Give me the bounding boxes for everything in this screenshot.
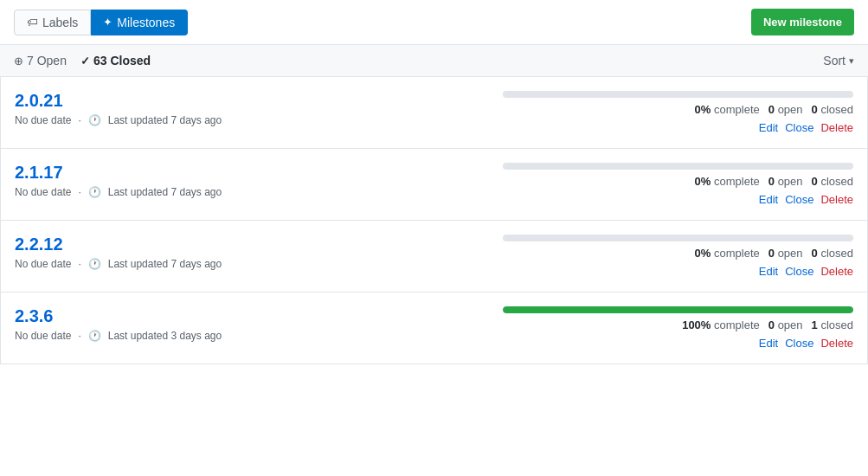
milestone-item: 2.2.12 No due date · 🕐 Last updated 7 da…: [1, 221, 867, 293]
open-count-2: 0 open: [768, 247, 803, 260]
separator-0: ·: [78, 114, 80, 126]
close-action-0[interactable]: Close: [785, 121, 813, 134]
new-milestone-label: New milestone: [763, 16, 842, 29]
milestone-left-3: 2.3.6 No due date · 🕐 Last updated 3 day…: [15, 306, 240, 342]
edit-action-2[interactable]: Edit: [759, 265, 778, 278]
complete-pct-3: 100% complete: [682, 318, 760, 331]
complete-pct-1: 0% complete: [695, 175, 760, 188]
delete-action-0[interactable]: Delete: [820, 121, 853, 134]
open-count-0: 0 open: [768, 103, 803, 116]
due-date-0: No due date: [15, 114, 71, 126]
close-action-3[interactable]: Close: [785, 337, 813, 350]
close-action-2[interactable]: Close: [785, 265, 813, 278]
milestone-title-2[interactable]: 2.2.12: [15, 235, 240, 254]
milestone-item: 2.1.17 No due date · 🕐 Last updated 7 da…: [1, 149, 867, 221]
milestone-title-1[interactable]: 2.1.17: [15, 163, 240, 183]
last-updated-1: Last updated 7 days ago: [108, 186, 222, 198]
progress-bar-container-0: [503, 91, 853, 98]
closed-icon: ✓: [80, 55, 90, 68]
labels-tab-label: Labels: [42, 16, 78, 29]
progress-stats-3: 100% complete 0 open 1 closed: [682, 318, 853, 331]
delete-action-3[interactable]: Delete: [820, 337, 853, 350]
milestone-actions-0: Edit Close Delete: [759, 121, 853, 134]
closed-count-label: 63 Closed: [93, 54, 151, 68]
complete-pct-2: 0% complete: [695, 247, 760, 260]
last-updated-3: Last updated 3 days ago: [108, 330, 222, 342]
milestone-title-0[interactable]: 2.0.21: [15, 91, 240, 111]
open-icon: ⊕: [14, 55, 23, 68]
close-action-1[interactable]: Close: [785, 193, 813, 206]
sort-label: Sort: [823, 54, 845, 68]
separator-1: ·: [78, 186, 80, 198]
tab-group: 🏷 Labels ✦ Milestones: [14, 10, 188, 35]
label-icon: 🏷: [27, 16, 38, 29]
closed-count-0: 0 closed: [812, 103, 853, 116]
sort-button[interactable]: Sort ▾: [823, 54, 854, 68]
milestone-meta-2: No due date · 🕐 Last updated 7 days ago: [15, 258, 240, 270]
milestone-left-0: 2.0.21 No due date · 🕐 Last updated 7 da…: [15, 91, 240, 126]
separator-2: ·: [78, 258, 80, 270]
open-filter[interactable]: ⊕ 7 Open: [14, 54, 67, 68]
open-count-1: 0 open: [768, 175, 803, 188]
filter-counts: ⊕ 7 Open ✓ 63 Closed: [14, 54, 151, 68]
last-updated-0: Last updated 7 days ago: [108, 114, 222, 126]
milestone-right-0: 0% complete 0 open 0 closed Edit Close D…: [254, 91, 853, 134]
clock-icon-3: 🕐: [88, 330, 101, 342]
milestone-icon: ✦: [103, 16, 113, 29]
clock-icon-2: 🕐: [88, 258, 101, 270]
progress-bar-container-2: [503, 235, 853, 241]
edit-action-1[interactable]: Edit: [759, 193, 778, 206]
delete-action-2[interactable]: Delete: [820, 265, 853, 278]
clock-icon-0: 🕐: [88, 114, 101, 126]
milestone-actions-2: Edit Close Delete: [759, 265, 853, 278]
complete-pct-0: 0% complete: [695, 103, 760, 116]
milestone-actions-3: Edit Close Delete: [759, 337, 853, 350]
edit-action-0[interactable]: Edit: [759, 121, 778, 134]
milestone-meta-0: No due date · 🕐 Last updated 7 days ago: [15, 114, 240, 126]
filter-bar: ⊕ 7 Open ✓ 63 Closed Sort ▾: [0, 45, 868, 77]
due-date-2: No due date: [15, 258, 71, 270]
milestone-right-3: 100% complete 0 open 1 closed Edit Close…: [254, 306, 853, 350]
clock-icon-1: 🕐: [88, 186, 101, 198]
closed-count-2: 0 closed: [812, 247, 853, 260]
milestone-item: 2.3.6 No due date · 🕐 Last updated 3 day…: [1, 293, 867, 363]
milestone-title-3[interactable]: 2.3.6: [15, 306, 240, 326]
milestones-tab-label: Milestones: [117, 16, 175, 29]
separator-3: ·: [78, 330, 80, 342]
open-count-3: 0 open: [768, 318, 803, 331]
due-date-1: No due date: [15, 186, 71, 198]
progress-stats-1: 0% complete 0 open 0 closed: [695, 175, 853, 188]
milestone-right-1: 0% complete 0 open 0 closed Edit Close D…: [254, 163, 853, 206]
milestone-right-2: 0% complete 0 open 0 closed Edit Close D…: [254, 235, 853, 278]
milestone-left-1: 2.1.17 No due date · 🕐 Last updated 7 da…: [15, 163, 240, 198]
closed-filter[interactable]: ✓ 63 Closed: [80, 54, 151, 68]
progress-bar-container-3: [503, 306, 853, 313]
closed-count-1: 0 closed: [812, 175, 853, 188]
milestones-list: 2.0.21 No due date · 🕐 Last updated 7 da…: [0, 77, 868, 364]
delete-action-1[interactable]: Delete: [820, 193, 853, 206]
last-updated-2: Last updated 7 days ago: [108, 258, 222, 270]
progress-stats-0: 0% complete 0 open 0 closed: [695, 103, 853, 116]
progress-stats-2: 0% complete 0 open 0 closed: [695, 247, 853, 260]
top-bar: 🏷 Labels ✦ Milestones New milestone: [0, 0, 868, 45]
milestones-tab[interactable]: ✦ Milestones: [91, 10, 188, 35]
milestone-meta-1: No due date · 🕐 Last updated 7 days ago: [15, 186, 240, 198]
chevron-down-icon: ▾: [849, 55, 854, 67]
milestone-left-2: 2.2.12 No due date · 🕐 Last updated 7 da…: [15, 235, 240, 270]
labels-tab[interactable]: 🏷 Labels: [14, 10, 91, 35]
new-milestone-button[interactable]: New milestone: [751, 9, 854, 35]
closed-count-3: 1 closed: [812, 318, 853, 331]
edit-action-3[interactable]: Edit: [759, 337, 778, 350]
milestone-actions-1: Edit Close Delete: [759, 193, 853, 206]
due-date-3: No due date: [15, 330, 71, 342]
milestone-item: 2.0.21 No due date · 🕐 Last updated 7 da…: [1, 77, 867, 149]
milestone-meta-3: No due date · 🕐 Last updated 3 days ago: [15, 330, 240, 342]
progress-bar-container-1: [503, 163, 853, 170]
progress-bar-fill-3: [503, 306, 853, 313]
open-count-label: 7 Open: [27, 54, 67, 68]
